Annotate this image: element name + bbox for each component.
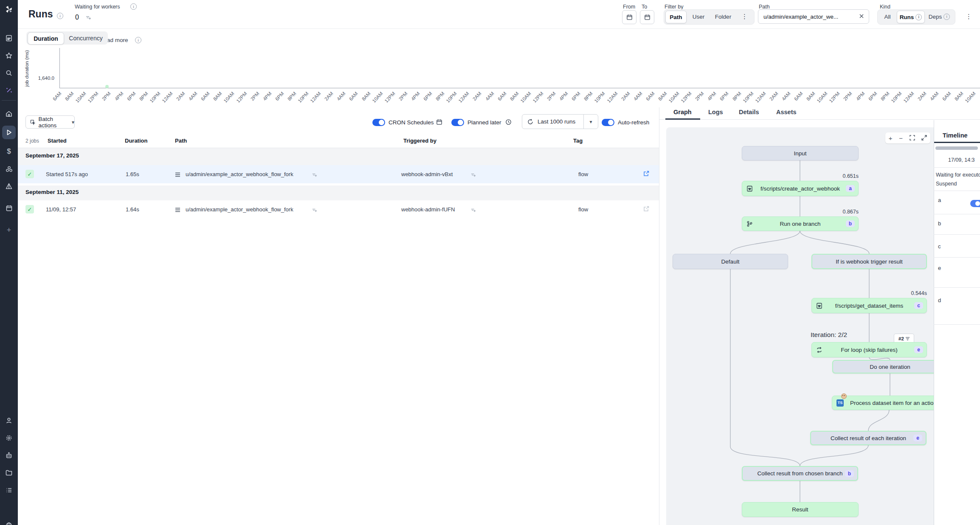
audit-logs-icon[interactable] [2, 483, 16, 497]
runs-range-label: Last 1000 runs [538, 118, 575, 125]
kind-more-icon[interactable] [966, 13, 972, 20]
row-path[interactable]: u/admin/example_actor_webhook_flow_fork [186, 171, 293, 177]
hub-emoji-icon [841, 393, 847, 399]
branch-condition[interactable]: If is webhook trigger result [811, 254, 927, 269]
container-do-one-iteration[interactable]: Do one iteration [832, 360, 934, 373]
zoom-out-icon[interactable]: − [899, 135, 903, 142]
zoom-in-icon[interactable]: + [889, 135, 893, 142]
table-row[interactable]: 11/09, 12:57 1.64s u/admin/example_actor… [18, 200, 659, 219]
container-collect-branch[interactable]: Collect result from chosen branch b [742, 466, 858, 481]
add-workspace-icon[interactable]: + [2, 223, 16, 237]
menu-icon [906, 337, 910, 340]
home-icon[interactable] [2, 107, 16, 121]
batch-actions-button[interactable]: Batch actions [25, 115, 75, 129]
sidebar-item-runs[interactable] [2, 126, 16, 139]
col-tag[interactable]: Tag [573, 138, 583, 144]
from-date-button[interactable] [622, 10, 636, 24]
external-link-icon[interactable] [643, 170, 650, 179]
col-path[interactable]: Path [175, 138, 187, 144]
script-icon [746, 185, 753, 192]
chevron-down-icon [72, 119, 74, 125]
tab-logs[interactable]: Logs [708, 109, 723, 115]
filter-plus-icon[interactable] [312, 172, 317, 180]
globe-icon[interactable] [2, 519, 16, 525]
timeline-scrollbar[interactable] [935, 146, 978, 150]
col-triggered-by[interactable]: Triggered by [403, 138, 436, 144]
refresh-icon [527, 119, 533, 125]
table-row[interactable]: Started 517s ago 1.65s u/admin/example_a… [18, 165, 659, 183]
search-icon[interactable] [2, 66, 16, 80]
folders-icon[interactable] [2, 466, 16, 480]
runs-info-icon[interactable] [57, 13, 63, 19]
tab-graph[interactable]: Graph [673, 109, 692, 115]
planned-later-toggle[interactable] [451, 119, 464, 126]
kind-deps-label: Deps [929, 14, 942, 20]
panel-divider[interactable] [659, 107, 659, 525]
external-link-icon[interactable] [643, 205, 650, 214]
workers-cluster-icon[interactable] [2, 162, 16, 176]
filter-plus-icon[interactable] [312, 207, 317, 215]
node-result[interactable]: Result [742, 502, 859, 517]
filter-by-folder-tab[interactable]: Folder [711, 11, 735, 22]
row-trigger: webhook-admin-vBxt [401, 171, 453, 177]
cron-schedules-toggle[interactable] [372, 119, 385, 126]
filter-plus-icon[interactable] [470, 207, 476, 215]
node-e-forloop[interactable]: For loop (skip failures) e [811, 342, 927, 357]
batch-actions-label: Batch actions [38, 116, 69, 129]
auto-refresh-toggle[interactable] [602, 119, 614, 126]
row-started: 11/09, 12:57 [46, 206, 76, 213]
settings-gear-icon[interactable] [2, 431, 16, 445]
runs-range-select[interactable]: Last 1000 runs [522, 114, 598, 129]
cron-schedules-label: CRON Schedules [389, 119, 434, 126]
node-b[interactable]: Run one branch b [742, 216, 859, 231]
ai-wand-icon[interactable] [2, 84, 16, 97]
path-input[interactable] [758, 9, 869, 24]
waiting-info-icon[interactable] [130, 3, 137, 10]
schedules-calendar-icon[interactable] [2, 201, 16, 215]
filter-plus-icon[interactable] [85, 15, 91, 22]
filter-by-user-tab[interactable]: User [688, 11, 709, 22]
x-axis [59, 88, 980, 88]
node-c[interactable]: f/scripts/get_dataset_items c [811, 298, 927, 313]
workers-bot-icon[interactable] [2, 449, 16, 462]
to-date-button[interactable] [640, 10, 654, 24]
range-chevron[interactable] [583, 115, 598, 129]
row-duration: 1.64s [126, 206, 139, 213]
page-title: Runs [28, 8, 53, 20]
tab-assets[interactable]: Assets [776, 109, 797, 115]
node-process-item[interactable]: TS Process dataset item for an action [832, 396, 934, 410]
kind-runs-tab[interactable]: Runs [897, 11, 925, 23]
active-tab-underline [665, 118, 700, 120]
filter-plus-icon[interactable] [470, 172, 476, 180]
flow-graph[interactable]: + − Input 0.651s f/scripts/create_actor_… [666, 127, 934, 525]
timeline-row-c: c [938, 243, 941, 250]
resources-prism-icon[interactable] [2, 180, 16, 193]
kind-deps-tab[interactable]: Deps [926, 11, 953, 22]
row-started: Started 517s ago [46, 171, 88, 177]
node-a-badge: a [846, 185, 855, 192]
clear-path-icon[interactable] [859, 13, 865, 21]
row-path[interactable]: u/admin/example_actor_webhook_flow_fork [186, 206, 293, 213]
fit-view-icon[interactable] [910, 135, 915, 142]
billing-dollar-icon[interactable]: $ [2, 145, 16, 158]
filter-by-path-tab[interactable]: Path [665, 11, 687, 23]
tab-concurrency[interactable]: Concurrency [65, 32, 107, 44]
scripts-icon[interactable] [2, 31, 16, 45]
favorites-star-icon[interactable] [2, 49, 16, 62]
windmill-logo-icon[interactable] [2, 3, 16, 16]
fullscreen-icon[interactable] [921, 135, 927, 142]
kind-all-tab[interactable]: All [879, 11, 896, 22]
node-a[interactable]: f/scripts/create_actor_webhook a [742, 181, 859, 196]
user-icon[interactable] [2, 414, 16, 427]
node-input[interactable]: Input [742, 146, 859, 160]
filter-by-more-icon[interactable] [741, 13, 748, 20]
kind-label: Kind [880, 4, 890, 10]
container-collect-each[interactable]: Collect result of each iteration e [810, 431, 926, 445]
col-duration[interactable]: Duration [125, 138, 147, 144]
tab-duration[interactable]: Duration [28, 32, 64, 45]
node-b-duration: 0.867s [825, 209, 859, 215]
col-started[interactable]: Started [48, 138, 67, 144]
calendar-icon [436, 119, 442, 127]
branch-default[interactable]: Default [673, 254, 788, 269]
tab-details[interactable]: Details [739, 109, 759, 115]
